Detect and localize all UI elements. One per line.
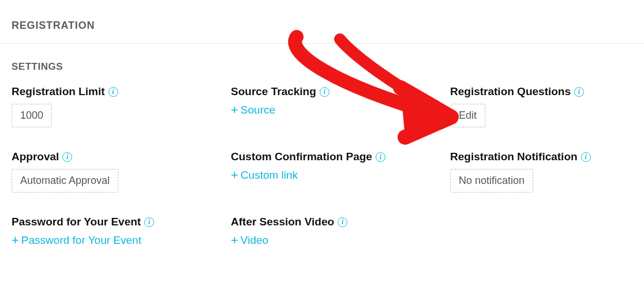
- custom-confirmation-label: Custom Confirmation Page i: [231, 150, 385, 163]
- add-source-button[interactable]: + Source: [231, 104, 275, 116]
- info-icon[interactable]: i: [320, 87, 330, 97]
- registration-questions-label: Registration Questions i: [450, 85, 584, 98]
- label-text: Approval: [12, 150, 59, 163]
- add-video-button[interactable]: + Video: [231, 234, 268, 247]
- info-icon[interactable]: i: [338, 217, 347, 227]
- plus-icon: +: [231, 169, 238, 182]
- field-registration-notification: Registration Notification i No notificat…: [450, 150, 644, 193]
- add-video-label: Video: [241, 234, 268, 247]
- add-custom-link-button[interactable]: + Custom link: [231, 169, 298, 182]
- label-text: Registration Notification: [450, 150, 578, 163]
- source-tracking-label: Source Tracking i: [231, 85, 330, 98]
- info-icon[interactable]: i: [144, 217, 154, 227]
- plus-icon: +: [231, 234, 238, 247]
- approval-select[interactable]: Automatic Approval: [12, 169, 118, 193]
- info-icon[interactable]: i: [581, 152, 591, 162]
- field-source-tracking: Source Tracking i + Source: [231, 85, 450, 127]
- after-session-video-label: After Session Video i: [231, 216, 347, 228]
- edit-registration-questions-button[interactable]: Edit: [450, 104, 485, 127]
- section-header: SETTINGS: [0, 44, 644, 80]
- field-approval: Approval i Automatic Approval: [12, 150, 231, 193]
- registration-notification-label: Registration Notification i: [450, 150, 591, 163]
- field-registration-questions: Registration Questions i Edit: [450, 85, 644, 127]
- label-text: Registration Limit: [12, 85, 105, 98]
- field-after-session-video: After Session Video i + Video: [231, 216, 450, 247]
- field-password-event: Password for Your Event i + Password for…: [12, 216, 231, 247]
- label-text: Registration Questions: [450, 85, 571, 98]
- add-password-button[interactable]: + Password for Your Event: [12, 234, 141, 247]
- registration-notification-select[interactable]: No notification: [450, 169, 533, 193]
- info-icon[interactable]: i: [376, 152, 385, 162]
- plus-icon: +: [231, 104, 238, 116]
- registration-limit-input[interactable]: 1000: [12, 104, 52, 127]
- page-title: REGISTRATION: [12, 20, 644, 32]
- add-custom-link-label: Custom link: [241, 169, 298, 182]
- label-text: Custom Confirmation Page: [231, 150, 372, 163]
- label-text: Source Tracking: [231, 85, 316, 98]
- page-header: REGISTRATION: [0, 0, 644, 44]
- add-source-label: Source: [241, 104, 275, 116]
- settings-grid: Registration Limit i 1000 Source Trackin…: [0, 80, 644, 247]
- empty-cell: [450, 216, 644, 247]
- field-registration-limit: Registration Limit i 1000: [12, 85, 231, 127]
- settings-heading: SETTINGS: [12, 61, 644, 73]
- plus-icon: +: [12, 234, 19, 247]
- label-text: After Session Video: [231, 216, 334, 228]
- password-event-label: Password for Your Event i: [12, 216, 154, 228]
- approval-label: Approval i: [12, 150, 72, 163]
- label-text: Password for Your Event: [12, 216, 141, 228]
- add-password-label: Password for Your Event: [21, 234, 141, 247]
- info-icon[interactable]: i: [108, 87, 118, 97]
- field-custom-confirmation: Custom Confirmation Page i + Custom link: [231, 150, 450, 193]
- info-icon[interactable]: i: [62, 152, 72, 162]
- info-icon[interactable]: i: [574, 87, 584, 97]
- registration-limit-label: Registration Limit i: [12, 85, 118, 98]
